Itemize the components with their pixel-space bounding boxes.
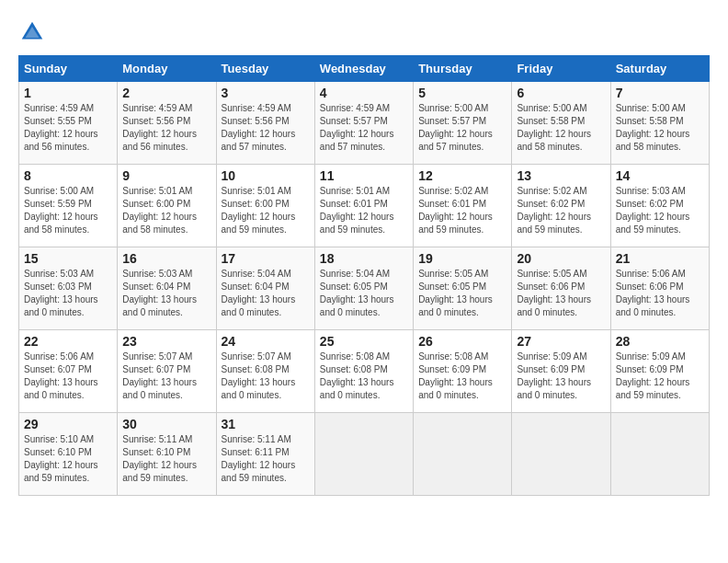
day-info: Sunrise: 5:08 AM Sunset: 6:09 PM Dayligh… <box>418 350 506 402</box>
column-header-thursday: Thursday <box>414 56 512 82</box>
calendar-cell: 4 Sunrise: 4:59 AM Sunset: 5:57 PM Dayli… <box>314 82 413 165</box>
week-row-2: 8 Sunrise: 5:00 AM Sunset: 5:59 PM Dayli… <box>19 165 710 247</box>
day-info: Sunrise: 5:00 AM Sunset: 5:59 PM Dayligh… <box>24 185 112 236</box>
column-header-saturday: Saturday <box>610 56 709 82</box>
day-number: 20 <box>517 251 605 266</box>
day-number: 6 <box>517 86 605 100</box>
calendar-cell: 15 Sunrise: 5:03 AM Sunset: 6:03 PM Dayl… <box>19 247 118 330</box>
logo <box>18 18 50 46</box>
calendar-cell: 6 Sunrise: 5:00 AM Sunset: 5:58 PM Dayli… <box>512 82 610 165</box>
calendar-cell: 31 Sunrise: 5:11 AM Sunset: 6:11 PM Dayl… <box>216 413 314 496</box>
day-info: Sunrise: 5:09 AM Sunset: 6:09 PM Dayligh… <box>616 350 704 402</box>
day-number: 13 <box>517 168 605 183</box>
week-row-4: 22 Sunrise: 5:06 AM Sunset: 6:07 PM Dayl… <box>19 330 710 413</box>
day-info: Sunrise: 5:04 AM Sunset: 6:04 PM Dayligh… <box>222 268 310 319</box>
calendar-cell: 28 Sunrise: 5:09 AM Sunset: 6:09 PM Dayl… <box>610 330 709 413</box>
day-info: Sunrise: 5:04 AM Sunset: 6:05 PM Dayligh… <box>320 268 408 319</box>
day-info: Sunrise: 4:59 AM Sunset: 5:56 PM Dayligh… <box>222 102 310 154</box>
day-number: 14 <box>616 168 704 183</box>
day-number: 27 <box>517 334 605 349</box>
day-number: 30 <box>122 417 210 431</box>
day-info: Sunrise: 5:00 AM Sunset: 5:58 PM Dayligh… <box>517 102 605 154</box>
calendar-cell: 30 Sunrise: 5:11 AM Sunset: 6:10 PM Dayl… <box>118 413 216 496</box>
calendar-cell: 8 Sunrise: 5:00 AM Sunset: 5:59 PM Dayli… <box>19 165 118 247</box>
day-info: Sunrise: 5:01 AM Sunset: 6:00 PM Dayligh… <box>222 185 310 236</box>
column-header-tuesday: Tuesday <box>216 56 314 82</box>
calendar-cell <box>610 413 709 496</box>
page-header <box>18 18 710 46</box>
day-info: Sunrise: 5:03 AM Sunset: 6:02 PM Dayligh… <box>616 185 704 236</box>
day-number: 4 <box>320 86 408 100</box>
calendar-cell: 26 Sunrise: 5:08 AM Sunset: 6:09 PM Dayl… <box>414 330 512 413</box>
calendar-cell <box>414 413 512 496</box>
column-header-monday: Monday <box>118 56 216 82</box>
calendar-cell: 11 Sunrise: 5:01 AM Sunset: 6:01 PM Dayl… <box>314 165 413 247</box>
day-number: 7 <box>616 86 704 100</box>
column-header-sunday: Sunday <box>19 56 118 82</box>
calendar-cell: 19 Sunrise: 5:05 AM Sunset: 6:05 PM Dayl… <box>414 247 512 330</box>
day-number: 24 <box>222 334 310 349</box>
day-info: Sunrise: 5:11 AM Sunset: 6:11 PM Dayligh… <box>222 433 310 485</box>
day-info: Sunrise: 5:03 AM Sunset: 6:04 PM Dayligh… <box>122 268 210 319</box>
calendar-cell: 18 Sunrise: 5:04 AM Sunset: 6:05 PM Dayl… <box>314 247 413 330</box>
calendar-table: SundayMondayTuesdayWednesdayThursdayFrid… <box>18 55 710 496</box>
calendar-cell: 17 Sunrise: 5:04 AM Sunset: 6:04 PM Dayl… <box>216 247 314 330</box>
calendar-cell <box>512 413 610 496</box>
calendar-cell: 12 Sunrise: 5:02 AM Sunset: 6:01 PM Dayl… <box>414 165 512 247</box>
day-info: Sunrise: 4:59 AM Sunset: 5:56 PM Dayligh… <box>122 102 210 154</box>
calendar-cell: 29 Sunrise: 5:10 AM Sunset: 6:10 PM Dayl… <box>19 413 118 496</box>
day-number: 31 <box>222 417 310 431</box>
day-info: Sunrise: 5:01 AM Sunset: 6:01 PM Dayligh… <box>320 185 408 236</box>
day-info: Sunrise: 5:07 AM Sunset: 6:08 PM Dayligh… <box>222 350 310 402</box>
week-row-5: 29 Sunrise: 5:10 AM Sunset: 6:10 PM Dayl… <box>19 413 710 496</box>
day-number: 26 <box>418 334 506 349</box>
day-number: 3 <box>222 86 310 100</box>
day-info: Sunrise: 4:59 AM Sunset: 5:57 PM Dayligh… <box>320 102 408 154</box>
day-number: 25 <box>320 334 408 349</box>
day-number: 2 <box>122 86 210 100</box>
column-header-wednesday: Wednesday <box>314 56 413 82</box>
calendar-cell <box>314 413 413 496</box>
calendar-cell: 13 Sunrise: 5:02 AM Sunset: 6:02 PM Dayl… <box>512 165 610 247</box>
day-info: Sunrise: 5:00 AM Sunset: 5:57 PM Dayligh… <box>418 102 506 154</box>
calendar-cell: 21 Sunrise: 5:06 AM Sunset: 6:06 PM Dayl… <box>610 247 709 330</box>
day-number: 11 <box>320 168 408 183</box>
day-info: Sunrise: 5:06 AM Sunset: 6:06 PM Dayligh… <box>616 268 704 319</box>
calendar-cell: 1 Sunrise: 4:59 AM Sunset: 5:55 PM Dayli… <box>19 82 118 165</box>
day-info: Sunrise: 5:05 AM Sunset: 6:05 PM Dayligh… <box>418 268 506 319</box>
calendar-cell: 10 Sunrise: 5:01 AM Sunset: 6:00 PM Dayl… <box>216 165 314 247</box>
logo-icon <box>18 18 46 46</box>
day-info: Sunrise: 5:05 AM Sunset: 6:06 PM Dayligh… <box>517 268 605 319</box>
column-header-friday: Friday <box>512 56 610 82</box>
day-info: Sunrise: 5:08 AM Sunset: 6:08 PM Dayligh… <box>320 350 408 402</box>
calendar-header: SundayMondayTuesdayWednesdayThursdayFrid… <box>19 56 710 82</box>
day-info: Sunrise: 5:03 AM Sunset: 6:03 PM Dayligh… <box>24 268 112 319</box>
header-row: SundayMondayTuesdayWednesdayThursdayFrid… <box>19 56 710 82</box>
day-number: 12 <box>418 168 506 183</box>
day-number: 22 <box>24 334 112 349</box>
calendar-cell: 20 Sunrise: 5:05 AM Sunset: 6:06 PM Dayl… <box>512 247 610 330</box>
week-row-1: 1 Sunrise: 4:59 AM Sunset: 5:55 PM Dayli… <box>19 82 710 165</box>
day-number: 29 <box>24 417 112 431</box>
calendar-cell: 2 Sunrise: 4:59 AM Sunset: 5:56 PM Dayli… <box>118 82 216 165</box>
day-info: Sunrise: 5:09 AM Sunset: 6:09 PM Dayligh… <box>517 350 605 402</box>
day-number: 17 <box>222 251 310 266</box>
calendar-cell: 23 Sunrise: 5:07 AM Sunset: 6:07 PM Dayl… <box>118 330 216 413</box>
day-info: Sunrise: 5:07 AM Sunset: 6:07 PM Dayligh… <box>122 350 210 402</box>
calendar-cell: 22 Sunrise: 5:06 AM Sunset: 6:07 PM Dayl… <box>19 330 118 413</box>
day-info: Sunrise: 5:02 AM Sunset: 6:01 PM Dayligh… <box>418 185 506 236</box>
day-info: Sunrise: 5:02 AM Sunset: 6:02 PM Dayligh… <box>517 185 605 236</box>
calendar-cell: 14 Sunrise: 5:03 AM Sunset: 6:02 PM Dayl… <box>610 165 709 247</box>
calendar-cell: 5 Sunrise: 5:00 AM Sunset: 5:57 PM Dayli… <box>414 82 512 165</box>
calendar-cell: 24 Sunrise: 5:07 AM Sunset: 6:08 PM Dayl… <box>216 330 314 413</box>
day-number: 1 <box>24 86 112 100</box>
calendar-cell: 3 Sunrise: 4:59 AM Sunset: 5:56 PM Dayli… <box>216 82 314 165</box>
day-info: Sunrise: 5:01 AM Sunset: 6:00 PM Dayligh… <box>122 185 210 236</box>
day-info: Sunrise: 4:59 AM Sunset: 5:55 PM Dayligh… <box>24 102 112 154</box>
day-info: Sunrise: 5:06 AM Sunset: 6:07 PM Dayligh… <box>24 350 112 402</box>
calendar-cell: 16 Sunrise: 5:03 AM Sunset: 6:04 PM Dayl… <box>118 247 216 330</box>
day-number: 5 <box>418 86 506 100</box>
day-info: Sunrise: 5:00 AM Sunset: 5:58 PM Dayligh… <box>616 102 704 154</box>
week-row-3: 15 Sunrise: 5:03 AM Sunset: 6:03 PM Dayl… <box>19 247 710 330</box>
day-number: 23 <box>122 334 210 349</box>
